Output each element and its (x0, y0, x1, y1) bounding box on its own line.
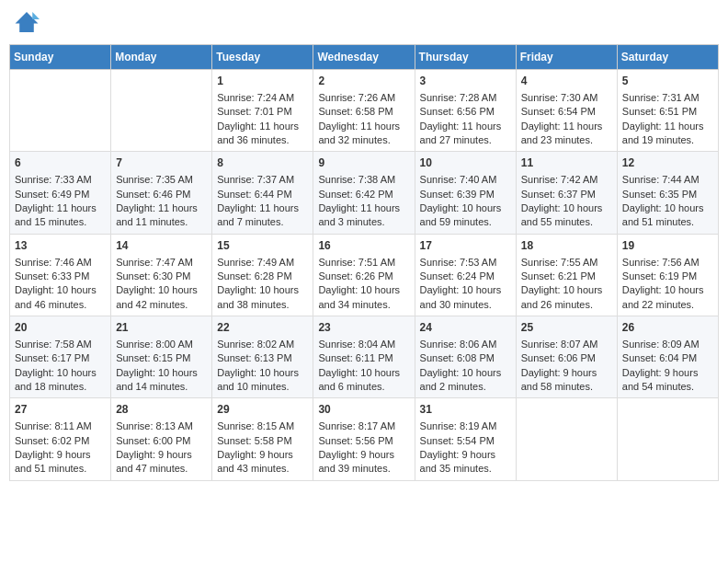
sunset-text: Sunset: 6:04 PM (622, 352, 697, 363)
calendar-cell: 31Sunrise: 8:19 AMSunset: 5:54 PMDayligh… (415, 398, 516, 480)
sunrise-text: Sunrise: 8:00 AM (116, 339, 193, 350)
daylight-text: Daylight: 10 hours and 34 minutes. (318, 284, 400, 309)
sunset-text: Sunset: 6:42 PM (318, 189, 392, 200)
sunrise-text: Sunrise: 7:24 AM (217, 92, 294, 103)
daylight-text: Daylight: 10 hours and 22 minutes. (622, 284, 704, 309)
sunset-text: Sunset: 6:51 PM (622, 106, 697, 117)
calendar-cell: 24Sunrise: 8:06 AMSunset: 6:08 PMDayligh… (415, 316, 516, 398)
day-number: 29 (217, 402, 308, 418)
day-header-monday: Monday (111, 45, 212, 70)
sunset-text: Sunset: 6:46 PM (116, 189, 190, 200)
daylight-text: Daylight: 11 hours and 7 minutes. (217, 202, 299, 227)
daylight-text: Daylight: 10 hours and 59 minutes. (420, 202, 502, 227)
day-number: 2 (318, 74, 409, 89)
calendar-cell (111, 70, 212, 152)
calendar-cell: 29Sunrise: 8:15 AMSunset: 5:58 PMDayligh… (212, 398, 313, 480)
calendar-cell (10, 70, 111, 152)
calendar-cell: 12Sunrise: 7:44 AMSunset: 6:35 PMDayligh… (617, 152, 718, 234)
daylight-text: Daylight: 9 hours and 43 minutes. (217, 449, 293, 474)
day-header-friday: Friday (516, 45, 617, 70)
calendar-cell (617, 398, 718, 480)
day-number: 6 (15, 155, 106, 171)
sunrise-text: Sunrise: 7:28 AM (420, 92, 497, 103)
daylight-text: Daylight: 10 hours and 18 minutes. (15, 367, 97, 392)
day-number: 19 (622, 238, 713, 254)
calendar-cell: 14Sunrise: 7:47 AMSunset: 6:30 PMDayligh… (111, 234, 212, 316)
sunrise-text: Sunrise: 8:06 AM (420, 339, 497, 350)
calendar-cell: 21Sunrise: 8:00 AMSunset: 6:15 PMDayligh… (111, 316, 212, 398)
day-number: 20 (15, 320, 106, 336)
sunset-text: Sunset: 7:01 PM (217, 106, 291, 117)
sunset-text: Sunset: 6:26 PM (318, 270, 392, 282)
sunset-text: Sunset: 6:19 PM (622, 270, 697, 282)
day-number: 16 (318, 238, 409, 254)
sunrise-text: Sunrise: 8:02 AM (217, 339, 294, 350)
day-number: 3 (420, 74, 511, 89)
sunrise-text: Sunrise: 7:35 AM (116, 174, 193, 185)
day-number: 12 (622, 155, 713, 171)
day-number: 11 (521, 155, 612, 171)
day-number: 13 (15, 238, 106, 254)
sunrise-text: Sunrise: 7:30 AM (521, 92, 598, 103)
calendar-cell: 16Sunrise: 7:51 AMSunset: 6:26 PMDayligh… (313, 234, 415, 316)
day-number: 10 (420, 155, 511, 171)
logo-icon (14, 9, 40, 35)
calendar-cell: 20Sunrise: 7:58 AMSunset: 6:17 PMDayligh… (10, 316, 111, 398)
sunset-text: Sunset: 6:58 PM (318, 106, 392, 117)
daylight-text: Daylight: 11 hours and 15 minutes. (15, 202, 97, 227)
sunrise-text: Sunrise: 7:51 AM (318, 257, 395, 268)
calendar-cell: 10Sunrise: 7:40 AMSunset: 6:39 PMDayligh… (415, 152, 516, 234)
sunrise-text: Sunrise: 7:46 AM (15, 257, 92, 268)
daylight-text: Daylight: 9 hours and 35 minutes. (420, 449, 496, 474)
calendar-cell: 18Sunrise: 7:55 AMSunset: 6:21 PMDayligh… (516, 234, 617, 316)
day-number: 27 (15, 402, 106, 418)
calendar-cell: 27Sunrise: 8:11 AMSunset: 6:02 PMDayligh… (10, 398, 111, 480)
sunrise-text: Sunrise: 7:44 AM (622, 174, 700, 185)
calendar-cell: 28Sunrise: 8:13 AMSunset: 6:00 PMDayligh… (111, 398, 212, 480)
sunrise-text: Sunrise: 7:47 AM (116, 257, 193, 268)
sunrise-text: Sunrise: 8:17 AM (318, 420, 395, 431)
day-number: 25 (521, 320, 612, 336)
day-number: 26 (622, 320, 713, 336)
calendar-cell: 2Sunrise: 7:26 AMSunset: 6:58 PMDaylight… (313, 70, 415, 152)
page-header (9, 9, 719, 35)
sunset-text: Sunset: 6:02 PM (15, 435, 89, 446)
day-header-sunday: Sunday (10, 45, 111, 70)
daylight-text: Daylight: 11 hours and 36 minutes. (217, 121, 299, 145)
sunset-text: Sunset: 6:39 PM (420, 189, 495, 200)
sunset-text: Sunset: 6:15 PM (116, 352, 190, 363)
sunrise-text: Sunrise: 8:19 AM (420, 420, 497, 431)
calendar-cell: 22Sunrise: 8:02 AMSunset: 6:13 PMDayligh… (212, 316, 313, 398)
day-header-tuesday: Tuesday (212, 45, 313, 70)
daylight-text: Daylight: 9 hours and 39 minutes. (318, 449, 394, 474)
calendar-cell (516, 398, 617, 480)
sunrise-text: Sunrise: 8:11 AM (15, 420, 92, 431)
sunrise-text: Sunrise: 7:31 AM (622, 92, 700, 103)
day-number: 24 (420, 320, 511, 336)
sunset-text: Sunset: 6:37 PM (521, 189, 596, 200)
daylight-text: Daylight: 11 hours and 11 minutes. (116, 202, 198, 227)
sunset-text: Sunset: 6:54 PM (521, 106, 596, 117)
daylight-text: Daylight: 10 hours and 42 minutes. (116, 284, 198, 309)
daylight-text: Daylight: 11 hours and 32 minutes. (318, 121, 400, 145)
day-number: 1 (217, 74, 308, 89)
daylight-text: Daylight: 11 hours and 27 minutes. (420, 121, 502, 145)
daylight-text: Daylight: 9 hours and 54 minutes. (622, 367, 699, 392)
daylight-text: Daylight: 11 hours and 3 minutes. (318, 202, 400, 227)
calendar-cell: 26Sunrise: 8:09 AMSunset: 6:04 PMDayligh… (617, 316, 718, 398)
day-number: 15 (217, 238, 308, 254)
sunset-text: Sunset: 6:11 PM (318, 352, 392, 363)
sunrise-text: Sunrise: 7:53 AM (420, 257, 497, 268)
daylight-text: Daylight: 10 hours and 2 minutes. (420, 367, 502, 392)
day-number: 31 (420, 402, 511, 418)
sunset-text: Sunset: 6:17 PM (15, 352, 89, 363)
day-number: 23 (318, 320, 409, 336)
svg-marker-1 (32, 12, 40, 19)
sunset-text: Sunset: 5:54 PM (420, 435, 495, 446)
sunrise-text: Sunrise: 8:15 AM (217, 420, 294, 431)
calendar-cell: 9Sunrise: 7:38 AMSunset: 6:42 PMDaylight… (313, 152, 415, 234)
day-number: 28 (116, 402, 207, 418)
calendar-cell: 11Sunrise: 7:42 AMSunset: 6:37 PMDayligh… (516, 152, 617, 234)
sunrise-text: Sunrise: 8:13 AM (116, 420, 193, 431)
daylight-text: Daylight: 9 hours and 51 minutes. (15, 449, 91, 474)
